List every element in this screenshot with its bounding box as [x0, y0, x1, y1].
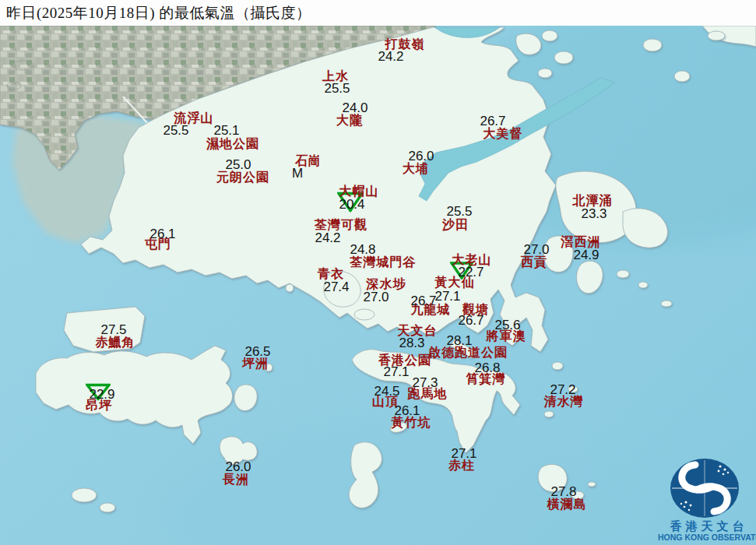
station-value: 28.3	[399, 336, 424, 351]
station-value: 22.7	[458, 265, 483, 280]
station-value: 27.0	[363, 290, 389, 305]
station-value: 27.8	[550, 484, 576, 500]
station-value: 27.1	[451, 446, 476, 462]
station-value: 27.0	[523, 242, 549, 258]
station-value: 27.3	[412, 375, 438, 391]
station-value: 24.5	[374, 384, 399, 399]
hko-logo: 香港天文台 HONG KONG OBSERVATORY	[664, 454, 750, 543]
station-value: 26.0	[408, 149, 434, 164]
station-value: 26.7	[458, 313, 483, 329]
station-value: 26.1	[149, 227, 175, 242]
station-value: 27.5	[100, 322, 126, 338]
hko-logo-name-en: HONG KONG OBSERVATORY	[658, 533, 756, 542]
station-value: 26.7	[480, 114, 505, 129]
station-value: 26.0	[225, 459, 251, 475]
min-temperature-map: 昨日(2025年10月18日) 的最低氣溫（攝氏度） 24.2打鼓嶺25.5上水…	[0, 0, 756, 545]
station-value: 27.1	[434, 289, 460, 304]
station-value: 24.2	[315, 230, 340, 246]
station-value: 25.5	[324, 81, 350, 97]
station-value: 24.8	[350, 242, 375, 258]
station-value: 25.0	[225, 157, 251, 173]
station-value: 24.0	[342, 100, 367, 116]
station-value: 22.9	[89, 387, 114, 403]
stations-layer: 24.2打鼓嶺25.5上水24.0大隴25.5流浮山25.1濕地公園25.0元朗…	[0, 0, 756, 545]
station-value: 27.4	[323, 280, 349, 295]
station-value: 26.1	[394, 403, 420, 419]
station-value: 25.1	[213, 123, 239, 139]
station-value: 28.1	[446, 333, 472, 349]
station-value: 27.1	[383, 364, 409, 380]
station-value: 25.5	[446, 204, 472, 220]
station-value: 20.4	[339, 197, 364, 213]
station-value: 25.5	[163, 123, 188, 139]
hko-logo-icon	[664, 454, 750, 519]
station-value: 24.2	[378, 49, 403, 65]
title-bar: 昨日(2025年10月18日) 的最低氣溫（攝氏度）	[0, 0, 756, 26]
station-value: 25.6	[494, 318, 520, 333]
station-value: 27.2	[550, 382, 575, 398]
station-value: M	[292, 166, 303, 181]
station-value: 24.9	[573, 248, 599, 263]
page-title: 昨日(2025年10月18日) 的最低氣溫（攝氏度）	[6, 0, 311, 26]
station-value: 26.7	[410, 294, 436, 309]
station-value: 26.5	[244, 344, 270, 360]
station-value: 26.8	[474, 360, 500, 376]
station-value: 23.3	[581, 206, 607, 222]
